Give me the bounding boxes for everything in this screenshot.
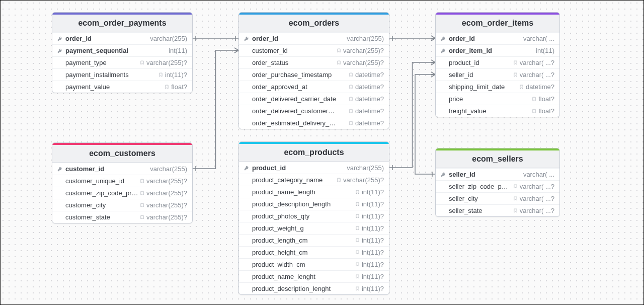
key-icon (244, 36, 249, 41)
column-name: order_id (449, 35, 475, 42)
nullable-icon (355, 262, 360, 267)
column-type: float? (538, 107, 554, 115)
column-row[interactable]: product_idvarchar( ...? (436, 56, 559, 68)
table-title: ecom_customers (52, 145, 192, 163)
column-row[interactable]: customer_idvarchar(255)? (239, 44, 389, 56)
column-name: product_width_cm (252, 261, 305, 268)
table-ecom_customers[interactable]: ecom_customerscustomer_idvarchar(255)cus… (52, 142, 193, 223)
column-row[interactable]: payment_valuefloat? (52, 81, 192, 93)
column-row[interactable]: product_description_lengthint(11)? (239, 198, 389, 210)
column-name: seller_id (449, 171, 475, 178)
key-icon (244, 166, 249, 171)
column-type: int(11)? (362, 200, 384, 208)
column-row[interactable]: shipping_limit_datedatetime? (436, 81, 559, 93)
column-name: product_weight_g (252, 224, 304, 232)
column-row[interactable]: order_purchase_timestampdatetime? (239, 68, 389, 81)
erd-canvas[interactable]: ecom_order_paymentsorder_idvarchar(255)p… (1, 1, 643, 304)
column-row[interactable]: product_length_cmint(11)? (239, 234, 389, 246)
column-row[interactable]: customer_cityvarchar(255)? (52, 199, 192, 211)
table-ecom_orders[interactable]: ecom_ordersorder_idvarchar(255)customer_… (238, 12, 389, 129)
table-ecom_order_items[interactable]: ecom_order_itemsorder_idvarchar( ...orde… (435, 12, 560, 117)
nullable-icon (355, 225, 360, 231)
column-name: product_name_length (252, 188, 315, 196)
nullable-icon (140, 178, 144, 184)
column-row[interactable]: order_idvarchar(255) (239, 32, 389, 44)
column-row[interactable]: payment_installmentsint(11)? (52, 68, 192, 81)
nullable-icon (349, 84, 353, 90)
nullable-icon (165, 84, 169, 90)
column-row[interactable]: order_idvarchar( ... (436, 32, 559, 44)
key-icon (441, 36, 446, 41)
column-row[interactable]: seller_idvarchar( ... (436, 168, 559, 180)
column-row[interactable]: seller_statevarchar( ...? (436, 204, 559, 216)
column-type: varchar(255)? (146, 213, 187, 221)
nullable-icon (140, 214, 144, 220)
column-row[interactable]: product_name_lengthint(11)? (239, 186, 389, 198)
column-name: product_length_cm (252, 237, 308, 244)
column-name: order_id (252, 35, 278, 42)
table-title: ecom_orders (239, 15, 389, 32)
column-type: int(11)? (362, 237, 384, 244)
column-name: order_item_id (449, 47, 492, 54)
nullable-icon (355, 286, 360, 291)
column-name: order_delivered_carrier_date (252, 95, 336, 103)
column-row[interactable]: product_name_lenghtint(11)? (239, 270, 389, 282)
column-name: product_id (252, 164, 286, 172)
column-name: product_category_name (252, 176, 323, 184)
column-row[interactable]: order_estimated_delivery_datedatetime? (239, 117, 389, 129)
column-name: price (449, 95, 463, 103)
column-row[interactable]: order_delivered_carrier_datedatetime? (239, 93, 389, 105)
column-spacer (244, 109, 249, 114)
column-row[interactable]: seller_cityvarchar( ...? (436, 192, 559, 204)
column-row[interactable]: order_approved_atdatetime? (239, 81, 389, 93)
column-spacer (441, 196, 446, 201)
column-name: seller_id (449, 71, 473, 79)
column-row[interactable]: product_height_cmint(11)? (239, 246, 389, 258)
column-spacer (244, 72, 249, 78)
column-row[interactable]: order_statusvarchar(255)? (239, 56, 389, 68)
column-row[interactable]: product_width_cmint(11)? (239, 258, 389, 270)
column-row[interactable]: order_idvarchar(255) (52, 32, 192, 44)
column-row[interactable]: customer_statevarchar(255)? (52, 211, 192, 223)
table-ecom_sellers[interactable]: ecom_sellersseller_idvarchar( ...seller_… (435, 148, 560, 217)
column-row[interactable]: product_weight_gint(11)? (239, 222, 389, 234)
column-spacer (244, 190, 249, 195)
column-row[interactable]: seller_zip_code_prefixvarchar( ...? (436, 180, 559, 192)
column-row[interactable]: order_delivered_customer_datedatetime? (239, 105, 389, 117)
column-type: int(11)? (362, 285, 384, 292)
column-type: varchar(255)? (343, 47, 384, 54)
column-type: int(11)? (362, 212, 384, 220)
column-row[interactable]: product_description_lenghtint(11)? (239, 282, 389, 294)
column-name: order_delivered_customer_date (252, 107, 338, 115)
column-name: customer_state (65, 213, 110, 221)
column-row[interactable]: pricefloat? (436, 93, 559, 105)
column-type: int(11)? (362, 261, 384, 268)
column-row[interactable]: product_photos_qtyint(11)? (239, 210, 389, 222)
column-row[interactable]: freight_valuefloat? (436, 105, 559, 117)
table-ecom_order_payments[interactable]: ecom_order_paymentsorder_idvarchar(255)p… (52, 12, 193, 93)
column-row[interactable]: product_category_namevarchar(255)? (239, 174, 389, 186)
nullable-icon (140, 60, 144, 65)
key-icon (57, 167, 62, 172)
table-ecom_products[interactable]: ecom_productsproduct_idvarchar(255)produ… (238, 141, 389, 295)
column-spacer (244, 202, 249, 207)
column-row[interactable]: payment_sequentialint(11) (52, 44, 192, 56)
column-row[interactable]: seller_idvarchar( ...? (436, 68, 559, 81)
column-type: varchar(255) (347, 164, 384, 172)
column-spacer (57, 215, 62, 220)
column-name: customer_id (252, 47, 288, 54)
column-row[interactable]: customer_unique_idvarchar(255)? (52, 175, 192, 187)
column-name: seller_state (449, 207, 482, 214)
column-spacer (441, 97, 446, 102)
nullable-icon (337, 48, 341, 53)
column-row[interactable]: order_item_idint(11) (436, 44, 559, 56)
column-name: customer_unique_id (65, 177, 124, 185)
column-row[interactable]: customer_zip_code_prefixvarchar(255)? (52, 187, 192, 199)
column-row[interactable]: customer_idvarchar(255) (52, 163, 192, 175)
column-type: datetime? (355, 83, 384, 91)
nullable-icon (519, 84, 524, 90)
nullable-icon (355, 189, 360, 195)
nullable-icon (337, 60, 341, 65)
column-row[interactable]: payment_typevarchar(255)? (52, 56, 192, 68)
column-row[interactable]: product_idvarchar(255) (239, 162, 389, 174)
